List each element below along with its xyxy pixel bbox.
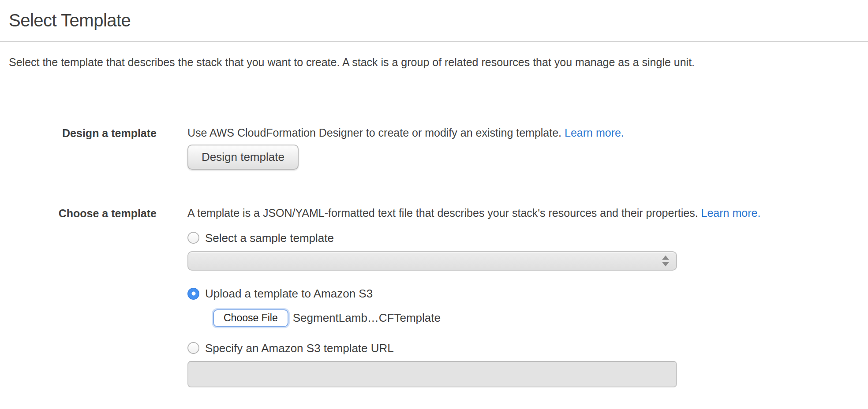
select-template-form: Design a template Use AWS CloudFormation… (0, 126, 868, 387)
choose-template-label: Choose a template (0, 206, 187, 220)
design-learn-more-link[interactable]: Learn more. (565, 126, 624, 139)
header-divider (0, 41, 868, 42)
page-title: Select Template (9, 11, 859, 30)
design-template-label: Design a template (0, 126, 187, 140)
select-stepper-icon (662, 256, 669, 267)
sample-template-radio[interactable] (187, 232, 199, 244)
design-template-row: Design a template Use AWS CloudFormation… (0, 126, 868, 170)
upload-template-radio-label[interactable]: Upload a template to Amazon S3 (205, 286, 373, 301)
design-template-button[interactable]: Design template (187, 145, 299, 170)
choose-template-description: A template is a JSON/YAML-formatted text… (187, 207, 698, 219)
radio-option-sample-template[interactable]: Select a sample template (187, 231, 868, 245)
specify-url-radio[interactable] (187, 342, 199, 354)
choose-learn-more-link[interactable]: Learn more. (701, 207, 761, 219)
select-template-page: Select Template Select the template that… (0, 11, 868, 409)
choose-template-row: Choose a template A template is a JSON/Y… (0, 206, 868, 387)
sample-template-radio-label[interactable]: Select a sample template (205, 231, 334, 245)
choose-file-button[interactable]: Choose File (213, 309, 288, 327)
file-input-row: Choose File SegmentLamb…CFTemplate (213, 309, 868, 327)
sample-template-select[interactable] (187, 251, 677, 271)
upload-template-radio[interactable] (187, 288, 199, 300)
design-template-description-line: Use AWS CloudFormation Designer to creat… (187, 126, 868, 140)
radio-option-upload-template[interactable]: Upload a template to Amazon S3 (187, 286, 868, 301)
arrow-up-icon (662, 256, 669, 260)
choose-template-description-line: A template is a JSON/YAML-formatted text… (187, 206, 868, 220)
selected-file-name: SegmentLamb…CFTemplate (293, 311, 441, 325)
arrow-down-icon (662, 262, 669, 267)
design-template-description: Use AWS CloudFormation Designer to creat… (187, 126, 561, 139)
specify-url-radio-label[interactable]: Specify an Amazon S3 template URL (205, 341, 394, 356)
radio-option-specify-url[interactable]: Specify an Amazon S3 template URL (187, 341, 868, 356)
s3-url-input[interactable] (187, 361, 677, 387)
page-description: Select the template that describes the s… (9, 56, 859, 69)
